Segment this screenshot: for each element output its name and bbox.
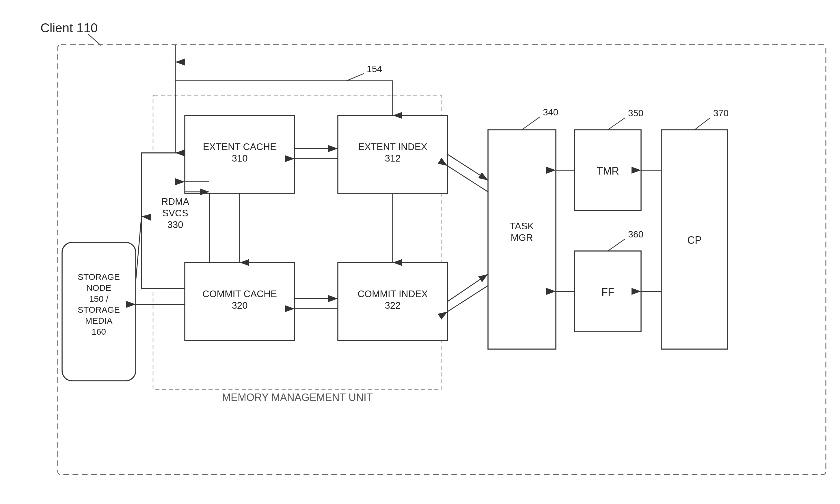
svg-text:340: 340 bbox=[517, 103, 531, 113]
svg-text:MEDIA: MEDIA bbox=[71, 310, 97, 319]
svg-text:MGR: MGR bbox=[486, 221, 508, 231]
svg-text:TMR: TMR bbox=[567, 159, 587, 169]
svg-text:154: 154 bbox=[401, 75, 416, 84]
svg-text:350: 350 bbox=[595, 103, 609, 113]
svg-text:NODE: NODE bbox=[72, 280, 96, 289]
mmu-label: MEMORY MANAGEMENT UNIT bbox=[236, 388, 379, 399]
svg-text:COMMIT CACHE: COMMIT CACHE bbox=[189, 276, 261, 286]
svg-text:TASK: TASK bbox=[485, 210, 508, 220]
svg-text:RDMA: RDMA bbox=[96, 188, 124, 198]
svg-text:360: 360 bbox=[595, 224, 609, 234]
svg-text:160: 160 bbox=[77, 320, 91, 329]
svg-text:SVCS: SVCS bbox=[97, 199, 122, 210]
svg-text:COMMIT INDEX: COMMIT INDEX bbox=[336, 276, 404, 286]
svg-text:370: 370 bbox=[682, 103, 696, 113]
svg-text:330: 330 bbox=[102, 211, 117, 221]
svg-text:310: 310 bbox=[218, 149, 233, 159]
svg-text:312: 312 bbox=[362, 149, 377, 159]
svg-text:FF: FF bbox=[572, 280, 583, 290]
svg-text:150 /: 150 / bbox=[75, 290, 93, 299]
svg-text:EXTENT CACHE: EXTENT CACHE bbox=[190, 137, 261, 148]
svg-text:STORAGE: STORAGE bbox=[64, 300, 103, 309]
svg-text:322: 322 bbox=[362, 287, 377, 298]
svg-text:320: 320 bbox=[218, 287, 233, 298]
diagram-container: Client 110 MEMORY MANAGEMENT UNIT RDMA S… bbox=[0, 0, 840, 504]
svg-text:CP: CP bbox=[658, 225, 670, 236]
svg-text:EXTENT INDEX: EXTENT INDEX bbox=[336, 137, 403, 148]
client-label: Client 110 bbox=[45, 29, 97, 41]
